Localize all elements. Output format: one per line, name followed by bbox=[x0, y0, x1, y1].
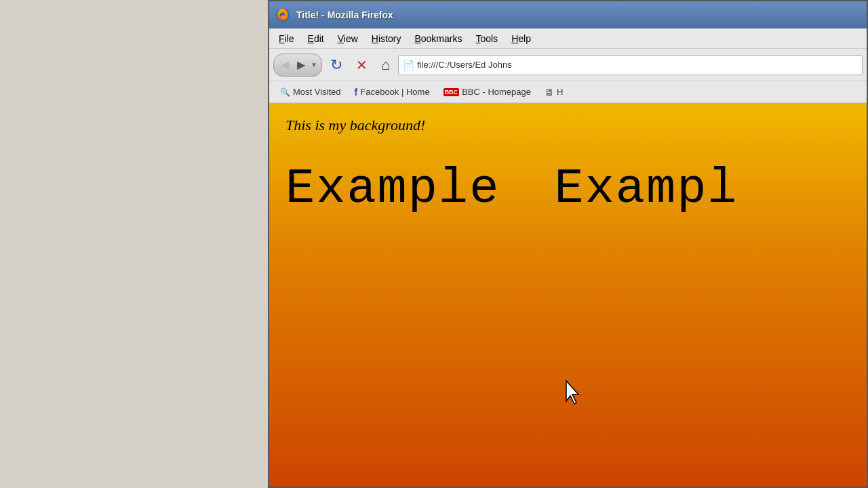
bookmark-bbc[interactable]: BBC BBC - Homepage bbox=[438, 85, 536, 98]
address-input[interactable] bbox=[417, 60, 858, 70]
menu-file[interactable]: File bbox=[272, 30, 301, 47]
bookmark-most-visited[interactable]: 🔍 Most Visited bbox=[275, 85, 347, 98]
bookmark-bbc-label: BBC - Homepage bbox=[462, 87, 531, 97]
background-text: This is my background! bbox=[285, 117, 850, 134]
page-icon: 📄 bbox=[403, 60, 414, 70]
desktop-background bbox=[0, 0, 271, 488]
example-text-1: Example bbox=[285, 161, 500, 217]
menu-bookmarks[interactable]: Bookmarks bbox=[408, 30, 469, 47]
reload-button[interactable]: ↻ bbox=[325, 54, 348, 77]
extra-bookmark-icon: 🖥 bbox=[545, 87, 554, 98]
home-button[interactable]: ⌂ bbox=[376, 54, 395, 77]
stop-button[interactable]: ✕ bbox=[351, 54, 373, 76]
bookmark-facebook-label: Facebook | Home bbox=[360, 87, 429, 97]
most-visited-icon: 🔍 bbox=[280, 87, 290, 97]
menu-edit[interactable]: Edit bbox=[301, 30, 331, 47]
menu-help[interactable]: Help bbox=[505, 30, 538, 47]
address-bar[interactable]: 📄 bbox=[398, 55, 863, 75]
page-content: This is my background! Example Exampl bbox=[269, 103, 867, 487]
title-bar: Title! - Mozilla Firefox bbox=[269, 1, 867, 28]
menu-history[interactable]: History bbox=[365, 30, 408, 47]
back-button[interactable]: ◀ bbox=[277, 56, 293, 74]
navigation-bar: ◀ ▶ ▼ ↻ ✕ ⌂ 📄 bbox=[269, 49, 867, 81]
bbc-icon: BBC bbox=[443, 88, 460, 96]
example-text-2: Exampl bbox=[554, 161, 738, 217]
menu-bar: File Edit View History Bookmarks Tools H… bbox=[269, 28, 867, 49]
bookmark-facebook[interactable]: f Facebook | Home bbox=[349, 85, 435, 99]
facebook-icon: f bbox=[355, 87, 358, 98]
nav-dropdown-arrow[interactable]: ▼ bbox=[309, 61, 319, 68]
example-row: Example Exampl bbox=[285, 161, 850, 217]
menu-tools[interactable]: Tools bbox=[469, 30, 505, 47]
mouse-cursor bbox=[561, 378, 583, 405]
forward-button[interactable]: ▶ bbox=[293, 56, 309, 74]
firefox-logo-icon bbox=[275, 7, 291, 23]
bookmark-extra-label: H bbox=[557, 87, 563, 97]
bookmark-extra[interactable]: 🖥 H bbox=[539, 85, 568, 99]
browser-window: Title! - Mozilla Firefox File Edit View … bbox=[268, 0, 868, 488]
window-title: Title! - Mozilla Firefox bbox=[296, 9, 393, 20]
back-forward-group: ◀ ▶ ▼ bbox=[273, 54, 322, 77]
bookmarks-bar: 🔍 Most Visited f Facebook | Home BBC BBC… bbox=[269, 81, 867, 103]
menu-view[interactable]: View bbox=[331, 30, 365, 47]
bookmark-most-visited-label: Most Visited bbox=[293, 87, 341, 97]
